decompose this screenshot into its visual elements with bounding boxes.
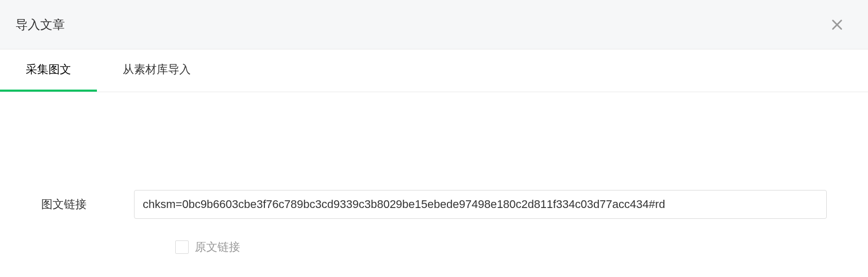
dialog-header: 导入文章	[0, 0, 868, 49]
url-label: 图文链接	[41, 197, 134, 212]
close-icon[interactable]	[827, 14, 847, 35]
dialog-title: 导入文章	[15, 16, 65, 33]
tabs-container: 采集图文 从素材库导入	[0, 49, 868, 92]
tab-library[interactable]: 从素材库导入	[97, 49, 216, 92]
content-area: 图文链接 原文链接	[0, 92, 868, 255]
original-link-label: 原文链接	[195, 239, 240, 255]
url-input[interactable]	[134, 190, 827, 219]
tab-collect[interactable]: 采集图文	[0, 49, 97, 92]
original-link-checkbox[interactable]	[175, 240, 189, 254]
form-row-url: 图文链接	[41, 190, 827, 219]
checkbox-row: 原文链接	[41, 239, 827, 255]
